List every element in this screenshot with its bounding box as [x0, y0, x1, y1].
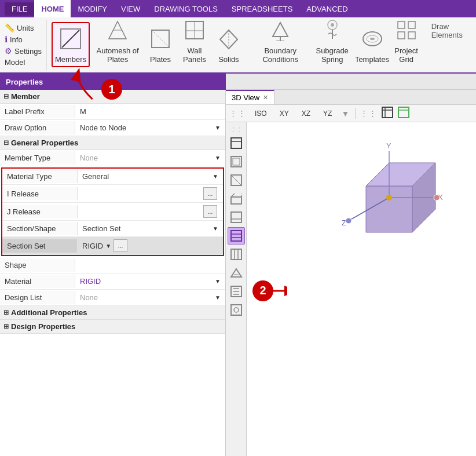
shape-row: Shape: [0, 257, 225, 273]
3d-view-tab-label: 3D View: [232, 93, 259, 102]
iso-button[interactable]: ISO: [250, 108, 272, 119]
sidebar-btn-frame-d[interactable]: [228, 190, 245, 207]
yz-button[interactable]: YZ: [318, 108, 336, 119]
units-button[interactable]: 📏 Units: [5, 22, 42, 34]
general-props-section-header[interactable]: ⊟ General Properties: [0, 136, 225, 150]
gear-icon: ⚙: [5, 46, 12, 56]
i-release-row: I Release ...: [2, 185, 223, 203]
3d-view-tab[interactable]: 3D View ✕: [226, 90, 274, 104]
section-shape-label: Section/Shape: [2, 222, 78, 235]
menu-item-spreadsheets[interactable]: SPREADSHEETS: [225, 0, 299, 17]
3d-view-close-icon[interactable]: ✕: [263, 94, 268, 101]
subgrade-spring-icon: [321, 19, 343, 45]
svg-rect-33: [398, 32, 405, 39]
plates-label: Plates: [150, 55, 171, 64]
menu-item-drawing-tools[interactable]: DRAWING TOOLS: [147, 0, 225, 17]
info-button[interactable]: ℹ Info: [5, 34, 42, 45]
design-list-row: Design List None ▼: [0, 290, 225, 306]
svg-rect-46: [231, 197, 241, 204]
member-section-title: Member: [11, 92, 40, 101]
members-button[interactable]: Members: [52, 22, 90, 67]
material-value[interactable]: RIGID ▼: [75, 275, 225, 288]
view-content: ⋮⋮: [226, 122, 476, 456]
j-release-label: J Release: [2, 205, 78, 218]
svg-rect-32: [408, 21, 415, 28]
draw-option-arrow: ▼: [215, 125, 221, 131]
svg-rect-38: [398, 107, 409, 118]
member-type-row: Member Type None ▼: [0, 150, 225, 166]
solids-icon: [218, 28, 240, 54]
frame-icon-2[interactable]: [397, 106, 410, 121]
draw-option-value[interactable]: Node to Node ▼: [75, 121, 225, 134]
automesh-button[interactable]: Automesh of Plates: [92, 22, 143, 67]
svg-rect-59: [231, 305, 241, 315]
sidebar-btn-frame-a[interactable]: [228, 134, 245, 152]
design-list-label: Design List: [0, 291, 75, 304]
boundary-conditions-icon: [269, 19, 291, 45]
xy-button[interactable]: XY: [275, 108, 294, 119]
subgrade-spring-button[interactable]: Subgrade Spring: [310, 22, 355, 67]
sidebar-btn-frame-c[interactable]: [228, 172, 245, 189]
material-type-label: Material Type: [2, 170, 78, 183]
additional-expand-icon: ⊞: [3, 309, 9, 316]
draw-elements-label: Draw Elements: [426, 22, 471, 43]
sidebar-btn-frame-b[interactable]: [228, 153, 245, 170]
sidebar-btn-frame-f[interactable]: [228, 227, 245, 245]
i-release-value: ...: [78, 185, 223, 202]
sidebar-btn-frame-j[interactable]: [228, 301, 245, 319]
boundary-conditions-button[interactable]: Boundary Conditions: [254, 22, 307, 67]
section-set-value[interactable]: RIGID ▼ ...: [78, 237, 223, 254]
material-type-row: Material Type General ▼: [2, 169, 223, 185]
member-type-value[interactable]: None ▼: [75, 151, 225, 165]
menu-item-file[interactable]: FILE: [5, 2, 34, 16]
sidebar-btn-frame-i[interactable]: [228, 283, 245, 300]
svg-line-20: [229, 39, 237, 49]
svg-point-60: [234, 308, 239, 312]
material-type-arrow: ▼: [213, 173, 218, 180]
menu-item-home[interactable]: HOME: [34, 0, 71, 17]
project-grid-button[interactable]: Project Grid: [390, 22, 423, 67]
model-button[interactable]: Model: [5, 57, 42, 68]
svg-line-18: [229, 30, 237, 39]
section-shape-value[interactable]: Section Set ▼: [78, 222, 223, 235]
i-release-ellipsis[interactable]: ...: [203, 187, 217, 200]
sidebar-btn-frame-e[interactable]: [228, 209, 245, 226]
svg-point-26: [331, 23, 334, 27]
menu-item-modify[interactable]: MODIFY: [71, 0, 114, 17]
view-area: 3D View ✕ ⋮⋮ ISO XY XZ YZ ▼ ⋮⋮: [226, 90, 476, 456]
menu-item-view[interactable]: VIEW: [114, 0, 147, 17]
project-grid-icon: [396, 19, 418, 45]
templates-icon: [361, 28, 383, 54]
templates-button[interactable]: Templates: [357, 22, 387, 67]
additional-props-header[interactable]: ⊞ Additional Properties: [0, 306, 225, 320]
3d-canvas: 2: [247, 122, 476, 456]
svg-rect-43: [233, 158, 240, 165]
shape-label: Shape: [0, 258, 75, 272]
xz-button[interactable]: XZ: [297, 108, 315, 119]
annotation-2: 2: [252, 280, 273, 301]
settings-button[interactable]: ⚙ Settings: [5, 45, 42, 57]
plates-button[interactable]: Plates: [145, 22, 175, 67]
design-props-header[interactable]: ⊞ Design Properties: [0, 320, 225, 334]
frame-icon-1[interactable]: [381, 106, 394, 121]
design-list-value[interactable]: None ▼: [75, 291, 225, 304]
menu-item-advanced[interactable]: ADVANCED: [299, 0, 354, 17]
svg-line-1: [62, 30, 79, 48]
wall-panels-button[interactable]: Wall Panels: [178, 22, 211, 67]
member-type-arrow: ▼: [215, 155, 221, 161]
wall-panels-label: Wall Panels: [181, 46, 208, 64]
sidebar-btn-frame-g[interactable]: [228, 246, 245, 263]
label-prefix-row: Label Prefix M: [0, 104, 225, 120]
automesh-label: Automesh of Plates: [96, 46, 140, 64]
spreadsheets-label: SPREADSHEETS: [232, 5, 292, 13]
section-set-label: Section Set: [2, 239, 78, 253]
j-release-ellipsis[interactable]: ...: [203, 205, 217, 218]
material-type-value[interactable]: General ▼: [78, 170, 223, 183]
info-icon: ℹ: [5, 35, 8, 44]
view-toolbar: ⋮⋮ ISO XY XZ YZ ▼ ⋮⋮: [226, 105, 476, 122]
solids-button[interactable]: Solids: [214, 22, 244, 67]
j-release-row: J Release ...: [2, 203, 223, 221]
section-set-ellipsis[interactable]: ...: [113, 239, 127, 252]
sidebar-btn-frame-h[interactable]: [228, 264, 245, 282]
svg-rect-31: [398, 21, 405, 28]
